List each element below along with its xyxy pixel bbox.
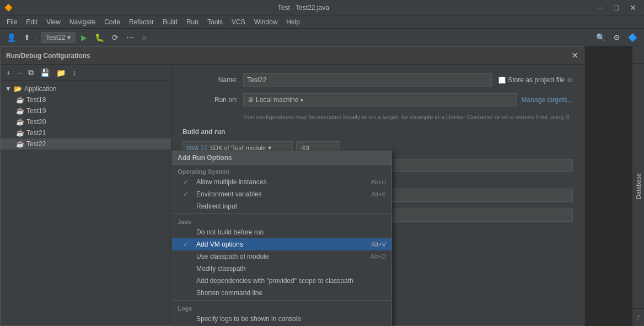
do-not-build-label: Do not build before run (196, 228, 264, 236)
tree-item-test22[interactable]: ☕ Test22 (1, 138, 171, 149)
copy-config-button[interactable]: ⧉ (26, 67, 36, 78)
menu-vcs[interactable]: VCS (227, 17, 250, 27)
maximize-button[interactable]: □ (611, 2, 622, 13)
debug-button[interactable]: 🐛 (93, 32, 106, 43)
save-config-button[interactable]: 💾 (38, 67, 52, 78)
toolbar: 👤 ⬆ | Test22 ▾ ▶ 🐛 ⟳ ⋯ ■ 🔍 ⚙ 🔷 (0, 29, 644, 46)
toolbar-vcs-update[interactable]: 👤 (4, 32, 18, 43)
local-machine-icon: 🖥 (247, 96, 254, 104)
close-button[interactable]: ✕ (626, 2, 640, 13)
tree-item-test20[interactable]: ☕ Test20 (1, 116, 171, 127)
use-classpath-item[interactable]: ✓ Use classpath of module Alt+O (172, 250, 391, 263)
menu-tools[interactable]: Tools (203, 17, 227, 27)
search-everywhere[interactable]: 🔍 (594, 32, 608, 43)
tree-item-test19[interactable]: ☕ Test19 (1, 105, 171, 116)
menu-refactor[interactable]: Refactor (125, 17, 158, 27)
do-not-build-item[interactable]: ✓ Do not build before run (172, 226, 391, 238)
tree-item-test21[interactable]: ☕ Test21 (1, 127, 171, 138)
database-label[interactable]: Database (634, 169, 643, 204)
use-classpath-shortcut: Alt+O (371, 253, 386, 260)
java-section-label: Java (172, 215, 391, 226)
add-vm-options-label: Add VM options (196, 241, 243, 248)
tree-panel: + − ⧉ 💾 📁 ↕ ▼ 📂 Application (1, 65, 171, 325)
add-vm-options-item[interactable]: ✓ Add VM options Alt+V (172, 238, 391, 250)
tree-item-label: Test19 (26, 107, 46, 115)
run-config-arrow: ▾ (67, 34, 71, 41)
dialog-close-button[interactable]: ✕ (571, 50, 578, 61)
store-as-project-checkbox[interactable] (498, 77, 506, 84)
dropdown-header: Add Run Options (172, 151, 391, 165)
more-run-options[interactable]: ⋯ (124, 32, 136, 43)
title-bar: 🔶 Test - Test22.java ─ □ ✕ (0, 0, 644, 15)
run-on-dropdown[interactable]: 🖥 Local machine ▾ (243, 93, 517, 106)
run-config-dropdown[interactable]: Test22 ▾ (41, 32, 76, 43)
java-file-icon: ☕ (16, 118, 24, 126)
database-panel-top: ⋮ (632, 46, 644, 64)
environment-variables-item[interactable]: ✓ Environment variables Alt+E (172, 188, 391, 200)
tree-toolbar: + − ⧉ 💾 📁 ↕ (1, 65, 171, 81)
shorten-command-item[interactable]: ✓ Shorten command line (172, 287, 391, 299)
menu-edit[interactable]: Edit (22, 17, 42, 27)
java-file-icon: ☕ (16, 140, 24, 148)
save-console-item[interactable]: ✓ Save console output to file (172, 325, 391, 325)
add-vm-shortcut: Alt+V (371, 241, 386, 248)
add-config-button[interactable]: + (4, 67, 13, 78)
name-input[interactable] (243, 73, 492, 87)
window-title: Test - Test22.java (278, 4, 329, 12)
store-as-project-label: Store as project file ⚙ (498, 76, 573, 84)
allow-multiple-instances-item[interactable]: ✓ Allow multiple instances Alt+U (172, 176, 391, 188)
tree-group-application[interactable]: ▼ 📂 Application (1, 83, 171, 94)
environment-variables-label: Environment variables (196, 190, 262, 198)
tree-item-label: Test18 (26, 96, 46, 104)
specify-logs-item[interactable]: ✓ Specify logs to be shown in console (172, 313, 391, 325)
remove-config-button[interactable]: − (15, 67, 24, 78)
database-label-container: Database (634, 64, 643, 308)
check-icon: ✓ (183, 190, 191, 198)
toolbar-vcs-push[interactable]: ⬆ (22, 32, 33, 43)
panel-icon: ⋮ (636, 52, 641, 58)
divider (172, 300, 391, 301)
menu-view[interactable]: View (42, 17, 65, 27)
add-dependencies-label: Add dependencies with "provided" scope t… (196, 277, 353, 285)
java-file-icon: ☕ (16, 129, 24, 137)
modify-classpath-item[interactable]: ✓ Modify classpath (172, 263, 391, 275)
name-label: Name: (183, 76, 238, 84)
folder-button[interactable]: 📁 (54, 67, 68, 78)
java-file-icon: ☕ (16, 96, 24, 104)
menu-window[interactable]: Window (250, 17, 282, 27)
redirect-input-item[interactable]: ✓ Redirect input (172, 200, 391, 212)
run-button[interactable]: ▶ (79, 32, 89, 43)
dialog-title: Run/Debug Configurations (6, 52, 90, 60)
use-classpath-label: Use classpath of module (196, 253, 269, 260)
database-panel-bottom: Z (632, 308, 644, 326)
java-file-icon: ☕ (16, 107, 24, 115)
title-bar-center: Test - Test22.java (278, 4, 329, 12)
menu-run[interactable]: Run (182, 17, 203, 27)
add-run-options-dropdown: Add Run Options Operating System ✓ Allow… (171, 151, 392, 325)
intellij-logo: 🔷 (626, 32, 640, 43)
menu-code[interactable]: Code (100, 17, 125, 27)
run-on-row: Run on: 🖥 Local machine ▾ Manage targets… (183, 93, 573, 106)
menu-build[interactable]: Build (158, 17, 182, 27)
modify-classpath-label: Modify classpath (196, 265, 245, 272)
run-with-coverage[interactable]: ⟳ (110, 32, 121, 43)
check-icon: ✓ (183, 241, 191, 248)
menu-navigate[interactable]: Navigate (65, 17, 100, 27)
tree-item-label: Test22 (26, 140, 46, 148)
stop-button[interactable]: ■ (139, 32, 148, 43)
local-machine-text: Local machine (256, 96, 298, 104)
menu-file[interactable]: File (2, 17, 22, 27)
tree-item-test18[interactable]: ☕ Test18 (1, 94, 171, 105)
shorten-command-label: Shorten command line (196, 289, 262, 297)
sort-button[interactable]: ↕ (70, 67, 78, 78)
manage-targets-link[interactable]: Manage targets... (522, 96, 573, 104)
tree-item-label: Test20 (26, 118, 46, 126)
dialog-title-bar: Run/Debug Configurations ✕ (1, 47, 584, 65)
minimize-button[interactable]: ─ (594, 2, 607, 13)
add-dependencies-item[interactable]: ✓ Add dependencies with "provided" scope… (172, 275, 391, 287)
logs-section-label: Logs (172, 302, 391, 313)
info-text: Run configurations may be executed local… (243, 113, 573, 121)
settings-button[interactable]: ⚙ (611, 32, 622, 43)
menu-help[interactable]: Help (282, 17, 304, 27)
folder-icon: 📂 (14, 85, 22, 93)
